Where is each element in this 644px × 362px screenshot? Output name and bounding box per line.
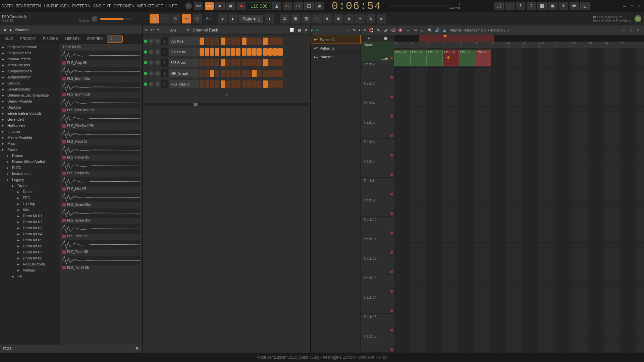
tree-item[interactable]: ▸Drum Kit 03 (0, 225, 60, 231)
time-display[interactable]: 0:06:54 (332, 0, 381, 12)
menu-werkzeuge[interactable]: WERKZEUGE (137, 4, 163, 8)
track-lane[interactable] (394, 301, 644, 320)
step-button[interactable] (226, 48, 230, 56)
track-lane[interactable] (394, 107, 644, 126)
render-button[interactable] (548, 2, 557, 10)
step-button[interactable] (257, 70, 262, 77)
channel-vol-knob[interactable] (155, 49, 161, 55)
tree-item[interactable]: ▸Gerendert (0, 116, 60, 122)
browser-tab-projekt[interactable]: PROJEKT (17, 36, 39, 43)
step-button[interactable] (236, 59, 240, 66)
step-button[interactable] (268, 59, 273, 66)
pat-mode-button[interactable]: PAT (194, 2, 203, 10)
step-button[interactable] (205, 59, 209, 66)
tree-item[interactable]: ▸Packs (0, 146, 60, 153)
track-mute-button[interactable] (390, 232, 393, 234)
cr-grid-icon[interactable]: ▦ (298, 28, 301, 32)
sample-item[interactable]: FLS_Hatcl 05 (60, 129, 142, 145)
channel-vol-knob[interactable] (155, 81, 161, 87)
step-button[interactable] (273, 38, 278, 45)
pattern-picker-item[interactable]: ▸≡ Pattern 3 (311, 53, 361, 61)
track-header[interactable]: Drums▁▃ (361, 42, 394, 61)
tree-item[interactable]: ▸Meine Projekte (0, 134, 60, 140)
menu-pattern[interactable]: PATTERN (72, 4, 90, 8)
export-button[interactable] (559, 2, 568, 10)
step-button[interactable] (210, 48, 214, 56)
midi-button[interactable] (193, 14, 202, 23)
add-channel-button[interactable]: + (144, 90, 309, 100)
sample-item[interactable]: FLS_Kick 05 (60, 176, 142, 192)
menu-hinzufügen[interactable]: HINZUFüGEN (44, 4, 69, 8)
chat-button[interactable] (570, 2, 579, 10)
main-volume-knob[interactable] (91, 15, 99, 23)
menu-ansicht[interactable]: ANSICHT (93, 4, 111, 8)
playlist-subtitle[interactable]: Pattern 1 (491, 28, 506, 32)
track-lane[interactable] (394, 87, 644, 107)
step-button[interactable] (263, 59, 268, 66)
record-button[interactable] (237, 2, 246, 10)
step-button[interactable] (242, 80, 247, 88)
step-button[interactable] (205, 48, 209, 56)
step-button[interactable] (273, 80, 278, 88)
step-button[interactable] (236, 48, 240, 56)
step-button[interactable] (215, 48, 219, 56)
sample-item[interactable]: FLS_ElecSnd 05b (60, 113, 142, 129)
ruler-tick[interactable]: 13 (588, 42, 604, 48)
channel-vol-knob[interactable] (155, 70, 161, 76)
tree-item[interactable]: ▸Legacy (0, 177, 60, 183)
channel-pan-knob[interactable] (148, 81, 154, 87)
track-header[interactable]: Track 16 (361, 333, 394, 353)
step-button[interactable] (257, 59, 262, 66)
step-button[interactable] (221, 48, 225, 56)
step-button[interactable] (278, 70, 283, 77)
step-edit-button[interactable] (315, 2, 324, 10)
tree-item[interactable]: ▸Misc (0, 140, 60, 146)
tree-item[interactable]: ▸Drum Kit 08 (0, 255, 60, 261)
maximize-button[interactable]: □ (629, 3, 635, 9)
playlist-clip[interactable]: ≡ Pa..n 1 (427, 50, 443, 66)
tree-item[interactable]: ▸Drums (0, 153, 60, 159)
pp-loop-icon[interactable]: ⟳ (316, 28, 319, 33)
playlist-clip[interactable]: ≡ Pa..n 2 (411, 50, 427, 66)
step-button[interactable] (215, 38, 219, 45)
track-mute-button[interactable] (390, 193, 393, 195)
channel-name[interactable]: 808 HiHat (169, 48, 199, 56)
channel-led[interactable] (144, 72, 147, 75)
step-button[interactable] (247, 80, 252, 88)
channel-led[interactable] (144, 61, 147, 64)
tree-item[interactable]: ▸Drum Kit 02 (0, 219, 60, 225)
step-button[interactable] (263, 38, 268, 45)
track-lane[interactable] (394, 340, 644, 359)
metronome-button[interactable] (272, 2, 281, 10)
step-button[interactable] (226, 59, 230, 66)
channel-pan-knob[interactable] (148, 60, 154, 66)
pl-pencil-icon[interactable]: ✎ (375, 27, 382, 34)
mixer-button[interactable] (312, 14, 322, 23)
tree-item[interactable]: ▸Kits (0, 207, 60, 213)
channel-led[interactable] (144, 50, 147, 54)
cr-back-icon[interactable]: ↶ (151, 28, 154, 32)
tree-item[interactable]: ▸Kanal-Presets (0, 56, 60, 62)
sample-item[interactable]: FLS_Hatop 05 (60, 145, 142, 161)
ruler-tick[interactable]: 8 (507, 42, 523, 48)
browser-tab-starred[interactable]: STARRED (84, 36, 106, 43)
pl-play-icon[interactable]: 🔊 (434, 27, 441, 34)
tree-item[interactable]: ▸FPC (0, 195, 60, 201)
step-button[interactable] (252, 59, 257, 66)
pl-marker-icon[interactable]: ▾ (368, 36, 370, 41)
track-mute-button[interactable] (390, 270, 393, 273)
step-button[interactable] (263, 70, 268, 77)
ruler-tick[interactable]: 15 (620, 42, 636, 48)
step-button[interactable] (242, 48, 247, 56)
tree-item[interactable]: ▸FX (0, 273, 60, 279)
step-button[interactable] (236, 38, 240, 45)
step-button[interactable] (200, 80, 204, 88)
step-button[interactable] (252, 70, 257, 77)
track-mute-button[interactable] (390, 76, 393, 79)
step-button[interactable] (273, 48, 278, 56)
pl-slip-icon[interactable]: ↔ (405, 27, 411, 34)
ruler-tick[interactable]: 6 (475, 42, 491, 48)
song-mode-button[interactable]: SONG (205, 2, 214, 10)
sample-item[interactable]: FLS_Ecym 05b (60, 82, 142, 98)
download-button[interactable] (580, 2, 590, 10)
